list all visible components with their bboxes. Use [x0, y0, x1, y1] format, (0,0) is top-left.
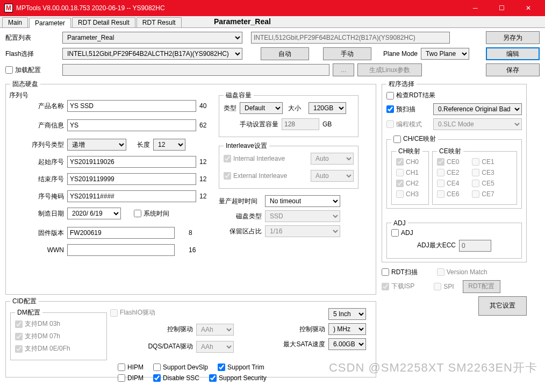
plane-mode-label: Plane Mode [383, 50, 418, 58]
manual-button[interactable]: 手动 [323, 47, 371, 60]
dm07-check: 支持DM 07h [15, 332, 60, 341]
ch0-check: CH0 [396, 158, 419, 166]
title-bar: M MPTools V8.00.00.18.753 2020-06-19 -- … [0, 0, 545, 16]
ce6-check: CE6 [437, 190, 459, 198]
dm-box: DM配置 支持DM 03h 支持DM 07h 支持DM 0E/0Fh [10, 308, 107, 360]
hipm-check[interactable]: HIPM [118, 364, 144, 371]
prescan-check[interactable]: 预扫描 [386, 105, 415, 114]
wwn-input[interactable] [67, 244, 175, 256]
ch1-check: CH1 [396, 169, 419, 176]
ctrl-drive-select: AAh [196, 324, 234, 336]
gen-linux-button: 生成Linux参数 [357, 63, 422, 76]
sn-type-select[interactable]: 递增 [67, 139, 126, 151]
window-title: MPTools V8.00.00.18.753 2020-06-19 -- YS… [16, 4, 165, 12]
disk-size-select[interactable]: 120GB [309, 102, 346, 114]
product-name-input[interactable] [67, 100, 196, 112]
interleave-box: Interleave设置 Internal InterleaveAuto Ext… [219, 141, 358, 189]
dqs-select: AAh [196, 341, 234, 353]
sn-len-select[interactable]: 12 [153, 139, 185, 151]
check-rdt-result[interactable]: 检查RDT结果 [386, 91, 435, 100]
edit-button[interactable]: 编辑 [486, 47, 540, 60]
load-config-path [62, 64, 329, 76]
tab-rdt-detail[interactable]: RDT Detail Result [72, 17, 135, 27]
adj-max-ecc-input [459, 240, 491, 252]
form-factor-select[interactable]: 5 Inch [328, 308, 366, 320]
disk-capacity-box: 磁盘容量 类型Default大小120GB 手动设置容量GB [219, 91, 358, 137]
tab-parameter[interactable]: Parameter [29, 18, 71, 28]
trim-check[interactable]: Support Trim [218, 364, 264, 371]
manual-capacity-input [282, 118, 319, 130]
ch2-check: CH2 [396, 180, 419, 187]
disk-class-select: SSD [265, 210, 340, 222]
version-match-check: Version Match [437, 268, 487, 276]
app-icon: M [4, 4, 13, 12]
prescan-select[interactable]: 0.Reference Original Bad [433, 103, 522, 115]
load-config-check[interactable]: 加载配置 [5, 66, 59, 75]
external-interleave-check: External Interleave [224, 172, 287, 180]
auto-button[interactable]: 自动 [261, 47, 309, 60]
ce1-check: CE1 [472, 158, 494, 166]
fw-version-input[interactable] [67, 227, 175, 239]
sata-speed-select[interactable]: 6.00GB/s [328, 338, 366, 350]
external-interleave-select: Auto [311, 170, 354, 182]
chce-check[interactable]: CH/CE映射 [393, 134, 436, 144]
internal-interleave-select: Auto [311, 153, 354, 165]
other-settings-button[interactable]: 其它设置 [478, 296, 527, 316]
download-isp-check: 下载ISP [382, 282, 414, 291]
dipm-check[interactable]: DIPM [118, 374, 144, 382]
adj-box: ADJ ADJ ADJ最大ECC [386, 219, 522, 259]
ce2-check: CE2 [437, 169, 459, 176]
chce-box: CH/CE映射 CH映射 CH0 CH1 CH2 CH3 CE映射 CE0CE1… [386, 134, 522, 209]
security-check[interactable]: Support Security [209, 374, 267, 382]
dm0e-check: 支持DM 0E/0Fh [15, 344, 70, 353]
devslp-check[interactable]: Support DevSlp [153, 364, 208, 371]
internal-interleave-check: Internal Interleave [224, 155, 285, 162]
prog-mode-check: 编程模式 [386, 120, 422, 129]
ce5-check: CE5 [472, 180, 494, 187]
sn-mask-input[interactable] [67, 190, 196, 202]
spi-check: SPI [434, 283, 454, 290]
close-button[interactable]: ✕ [516, 4, 541, 12]
end-sn-input[interactable] [67, 173, 196, 185]
timeout-select[interactable]: No timeout [265, 195, 340, 207]
flash-select-label: Flash选择 [5, 49, 59, 59]
system-time-check[interactable]: 系统时间 [134, 209, 169, 218]
ctrl-drive2-select[interactable]: ) MHz [328, 323, 366, 335]
tab-rdt-result[interactable]: RDT Result [137, 17, 182, 27]
ch3-check: CH3 [396, 190, 419, 198]
config-list-select[interactable]: Parameter_Real [62, 32, 242, 44]
mfg-date-picker[interactable]: 2020/ 6/19 [67, 208, 121, 219]
ce4-check: CE4 [437, 180, 459, 187]
config-list-label: 配置列表 [5, 33, 59, 42]
flashio-check: FlashIO驱动 [110, 308, 155, 317]
vendor-input[interactable] [67, 119, 196, 131]
ssd-box: 固态硬盘 序列号 产品名称40 产商信息62 序列号类型递增长度12 起始序号1… [5, 80, 376, 295]
dm03-check: 支持DM 03h [15, 319, 60, 329]
prog-mode-select: 0.SLC Mode [433, 118, 522, 130]
ssc-check[interactable]: Disable SSC [153, 374, 199, 382]
rdt-scan-check[interactable]: RDT扫描 [382, 268, 418, 277]
tab-main[interactable]: Main [2, 17, 28, 27]
window-controls: ─ ☐ ✕ [463, 4, 541, 12]
save-as-button[interactable]: 另存为 [486, 31, 540, 44]
save-button[interactable]: 保存 [486, 63, 540, 76]
tab-bar: Main Parameter RDT Detail Result RDT Res… [0, 16, 545, 28]
page-title: Parameter_Real [214, 17, 271, 26]
program-select-box: 程序选择 检查RDT结果 预扫描0.Reference Original Bad… [382, 80, 527, 262]
start-sn-input[interactable] [67, 156, 196, 168]
flash-select[interactable]: INTELl,512Gbit,PF29F64B2ALCTH2(B17A)(YS9… [62, 48, 242, 60]
minimize-button[interactable]: ─ [463, 4, 487, 12]
ce3-check: CE3 [472, 169, 494, 176]
ce-map-box: CE映射 CE0CE1 CE2CE3 CE4CE5 CE6CE7 [432, 147, 517, 205]
disk-type-select[interactable]: Default [240, 102, 283, 114]
cid-box: CID配置 DM配置 支持DM 03h 支持DM 07h 支持DM 0E/0Fh… [5, 297, 376, 377]
maximize-button[interactable]: ☐ [490, 4, 514, 12]
ch-map-box: CH映射 CH0 CH1 CH2 CH3 [391, 147, 429, 205]
rdt-config-button: RDT配置 [463, 280, 500, 293]
ce0-check: CE0 [437, 158, 459, 166]
browse-button[interactable]: ... [333, 63, 354, 76]
ce7-check: CE7 [472, 190, 494, 198]
adj-check[interactable]: ADJ [391, 229, 413, 237]
plane-mode-select[interactable]: Two Plane [421, 48, 469, 60]
reserved-select: 1/16 [265, 225, 340, 237]
